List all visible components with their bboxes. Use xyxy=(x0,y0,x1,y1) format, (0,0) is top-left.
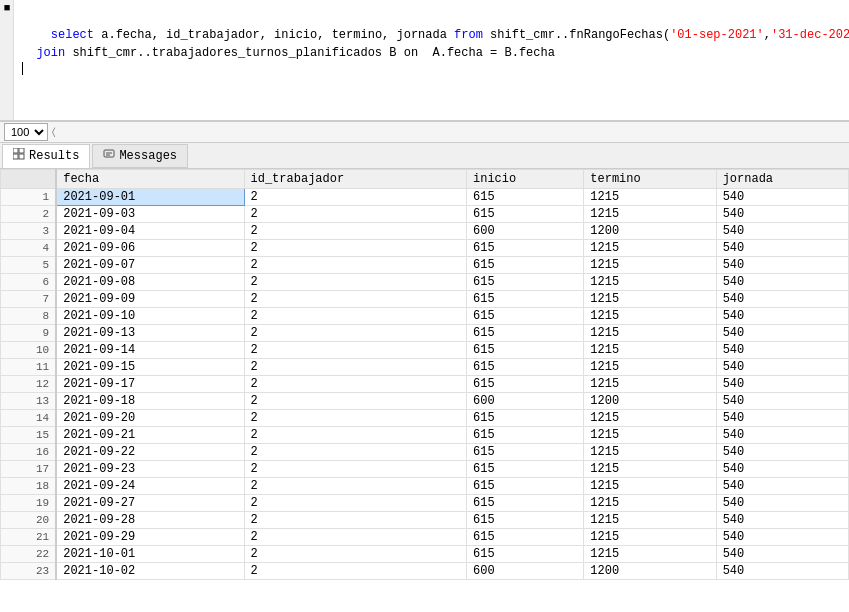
cell-termino[interactable]: 1215 xyxy=(584,512,716,529)
cell-inicio[interactable]: 615 xyxy=(467,478,584,495)
cell-inicio[interactable]: 615 xyxy=(467,461,584,478)
table-row[interactable]: 222021-10-0126151215540 xyxy=(1,546,849,563)
table-row[interactable]: 162021-09-2226151215540 xyxy=(1,444,849,461)
cell-fecha[interactable]: 2021-09-09 xyxy=(56,291,244,308)
cell-jornada[interactable]: 540 xyxy=(716,189,848,206)
cell-inicio[interactable]: 615 xyxy=(467,308,584,325)
table-row[interactable]: 152021-09-2126151215540 xyxy=(1,427,849,444)
cell-fecha[interactable]: 2021-09-29 xyxy=(56,529,244,546)
table-row[interactable]: 112021-09-1526151215540 xyxy=(1,359,849,376)
cell-inicio[interactable]: 615 xyxy=(467,325,584,342)
table-row[interactable]: 52021-09-0726151215540 xyxy=(1,257,849,274)
cell-id_trabajador[interactable]: 2 xyxy=(244,529,466,546)
cell-inicio[interactable]: 615 xyxy=(467,342,584,359)
cell-inicio[interactable]: 615 xyxy=(467,376,584,393)
cell-jornada[interactable]: 540 xyxy=(716,223,848,240)
cell-inicio[interactable]: 615 xyxy=(467,206,584,223)
cell-termino[interactable]: 1215 xyxy=(584,461,716,478)
cell-inicio[interactable]: 615 xyxy=(467,240,584,257)
cell-termino[interactable]: 1215 xyxy=(584,308,716,325)
cell-jornada[interactable]: 540 xyxy=(716,427,848,444)
cell-fecha[interactable]: 2021-09-13 xyxy=(56,325,244,342)
cell-inicio[interactable]: 615 xyxy=(467,359,584,376)
table-row[interactable]: 182021-09-2426151215540 xyxy=(1,478,849,495)
cell-id_trabajador[interactable]: 2 xyxy=(244,342,466,359)
cell-termino[interactable]: 1215 xyxy=(584,342,716,359)
cell-termino[interactable]: 1215 xyxy=(584,274,716,291)
cell-termino[interactable]: 1215 xyxy=(584,359,716,376)
cell-jornada[interactable]: 540 xyxy=(716,376,848,393)
cell-inicio[interactable]: 615 xyxy=(467,410,584,427)
cell-fecha[interactable]: 2021-09-06 xyxy=(56,240,244,257)
cell-id_trabajador[interactable]: 2 xyxy=(244,274,466,291)
cell-fecha[interactable]: 2021-09-22 xyxy=(56,444,244,461)
cell-inicio[interactable]: 600 xyxy=(467,223,584,240)
cell-id_trabajador[interactable]: 2 xyxy=(244,223,466,240)
sql-editor[interactable]: ■ select a.fecha, id_trabajador, inicio,… xyxy=(0,0,849,121)
cell-id_trabajador[interactable]: 2 xyxy=(244,393,466,410)
cell-jornada[interactable]: 540 xyxy=(716,257,848,274)
cell-inicio[interactable]: 615 xyxy=(467,512,584,529)
table-row[interactable]: 142021-09-2026151215540 xyxy=(1,410,849,427)
cell-inicio[interactable]: 615 xyxy=(467,546,584,563)
cell-id_trabajador[interactable]: 2 xyxy=(244,240,466,257)
table-row[interactable]: 192021-09-2726151215540 xyxy=(1,495,849,512)
cell-jornada[interactable]: 540 xyxy=(716,359,848,376)
table-row[interactable]: 212021-09-2926151215540 xyxy=(1,529,849,546)
cell-fecha[interactable]: 2021-10-02 xyxy=(56,563,244,580)
cell-jornada[interactable]: 540 xyxy=(716,495,848,512)
cell-fecha[interactable]: 2021-09-27 xyxy=(56,495,244,512)
cell-termino[interactable]: 1200 xyxy=(584,563,716,580)
cell-inicio[interactable]: 600 xyxy=(467,563,584,580)
cell-jornada[interactable]: 540 xyxy=(716,393,848,410)
results-area[interactable]: fecha id_trabajador inicio termino jorna… xyxy=(0,169,849,612)
cell-jornada[interactable]: 540 xyxy=(716,325,848,342)
cell-id_trabajador[interactable]: 2 xyxy=(244,444,466,461)
cell-jornada[interactable]: 540 xyxy=(716,512,848,529)
cell-termino[interactable]: 1215 xyxy=(584,427,716,444)
cell-termino[interactable]: 1200 xyxy=(584,393,716,410)
cell-fecha[interactable]: 2021-09-03 xyxy=(56,206,244,223)
tab-results[interactable]: Results xyxy=(2,144,90,168)
cell-id_trabajador[interactable]: 2 xyxy=(244,308,466,325)
cell-jornada[interactable]: 540 xyxy=(716,206,848,223)
cell-inicio[interactable]: 615 xyxy=(467,427,584,444)
table-row[interactable]: 32021-09-0426001200540 xyxy=(1,223,849,240)
cell-id_trabajador[interactable]: 2 xyxy=(244,359,466,376)
table-row[interactable]: 62021-09-0826151215540 xyxy=(1,274,849,291)
cell-fecha[interactable]: 2021-09-01 xyxy=(56,189,244,206)
cell-jornada[interactable]: 540 xyxy=(716,546,848,563)
table-row[interactable]: 72021-09-0926151215540 xyxy=(1,291,849,308)
table-row[interactable]: 12021-09-0126151215540 xyxy=(1,189,849,206)
cell-inicio[interactable]: 615 xyxy=(467,274,584,291)
cell-id_trabajador[interactable]: 2 xyxy=(244,546,466,563)
table-row[interactable]: 132021-09-1826001200540 xyxy=(1,393,849,410)
cell-jornada[interactable]: 540 xyxy=(716,461,848,478)
cell-termino[interactable]: 1215 xyxy=(584,495,716,512)
cell-id_trabajador[interactable]: 2 xyxy=(244,206,466,223)
cell-inicio[interactable]: 615 xyxy=(467,529,584,546)
cell-id_trabajador[interactable]: 2 xyxy=(244,189,466,206)
tab-messages[interactable]: Messages xyxy=(92,144,188,168)
cell-termino[interactable]: 1215 xyxy=(584,444,716,461)
cell-fecha[interactable]: 2021-09-18 xyxy=(56,393,244,410)
cell-inicio[interactable]: 615 xyxy=(467,291,584,308)
cell-inicio[interactable]: 615 xyxy=(467,257,584,274)
cell-termino[interactable]: 1215 xyxy=(584,325,716,342)
cell-jornada[interactable]: 540 xyxy=(716,478,848,495)
cell-fecha[interactable]: 2021-10-01 xyxy=(56,546,244,563)
cell-termino[interactable]: 1215 xyxy=(584,376,716,393)
table-row[interactable]: 232021-10-0226001200540 xyxy=(1,563,849,580)
zoom-select[interactable]: 100 % xyxy=(4,123,48,141)
cell-id_trabajador[interactable]: 2 xyxy=(244,291,466,308)
table-row[interactable]: 92021-09-1326151215540 xyxy=(1,325,849,342)
cell-fecha[interactable]: 2021-09-15 xyxy=(56,359,244,376)
cell-inicio[interactable]: 600 xyxy=(467,393,584,410)
cell-fecha[interactable]: 2021-09-23 xyxy=(56,461,244,478)
cell-inicio[interactable]: 615 xyxy=(467,189,584,206)
cell-jornada[interactable]: 540 xyxy=(716,291,848,308)
cell-termino[interactable]: 1200 xyxy=(584,223,716,240)
cell-fecha[interactable]: 2021-09-04 xyxy=(56,223,244,240)
cell-termino[interactable]: 1215 xyxy=(584,410,716,427)
table-row[interactable]: 202021-09-2826151215540 xyxy=(1,512,849,529)
